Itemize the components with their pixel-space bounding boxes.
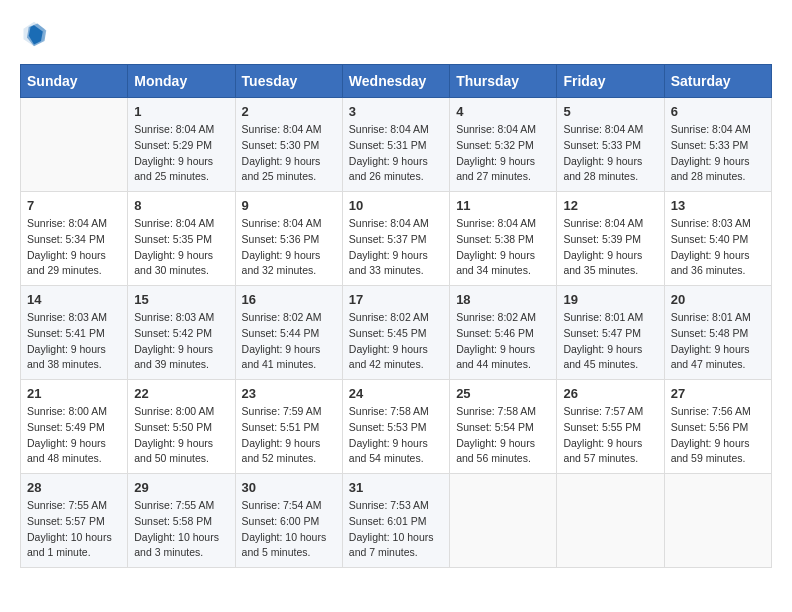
- calendar-cell: 19Sunrise: 8:01 AM Sunset: 5:47 PM Dayli…: [557, 286, 664, 380]
- calendar-cell: 3Sunrise: 8:04 AM Sunset: 5:31 PM Daylig…: [342, 98, 449, 192]
- day-info: Sunrise: 8:04 AM Sunset: 5:37 PM Dayligh…: [349, 216, 443, 279]
- day-number: 25: [456, 386, 550, 401]
- day-number: 7: [27, 198, 121, 213]
- calendar-cell: 2Sunrise: 8:04 AM Sunset: 5:30 PM Daylig…: [235, 98, 342, 192]
- day-number: 6: [671, 104, 765, 119]
- calendar-cell: 20Sunrise: 8:01 AM Sunset: 5:48 PM Dayli…: [664, 286, 771, 380]
- calendar-cell: [664, 474, 771, 568]
- day-info: Sunrise: 7:59 AM Sunset: 5:51 PM Dayligh…: [242, 404, 336, 467]
- logo: [20, 20, 52, 48]
- day-info: Sunrise: 7:53 AM Sunset: 6:01 PM Dayligh…: [349, 498, 443, 561]
- calendar-table: SundayMondayTuesdayWednesdayThursdayFrid…: [20, 64, 772, 568]
- day-number: 5: [563, 104, 657, 119]
- calendar-cell: 14Sunrise: 8:03 AM Sunset: 5:41 PM Dayli…: [21, 286, 128, 380]
- day-number: 1: [134, 104, 228, 119]
- day-number: 29: [134, 480, 228, 495]
- day-number: 27: [671, 386, 765, 401]
- day-info: Sunrise: 8:01 AM Sunset: 5:48 PM Dayligh…: [671, 310, 765, 373]
- day-number: 26: [563, 386, 657, 401]
- calendar-cell: 22Sunrise: 8:00 AM Sunset: 5:50 PM Dayli…: [128, 380, 235, 474]
- day-info: Sunrise: 7:54 AM Sunset: 6:00 PM Dayligh…: [242, 498, 336, 561]
- day-info: Sunrise: 8:02 AM Sunset: 5:44 PM Dayligh…: [242, 310, 336, 373]
- calendar-cell: 30Sunrise: 7:54 AM Sunset: 6:00 PM Dayli…: [235, 474, 342, 568]
- day-info: Sunrise: 8:04 AM Sunset: 5:32 PM Dayligh…: [456, 122, 550, 185]
- calendar-cell: 5Sunrise: 8:04 AM Sunset: 5:33 PM Daylig…: [557, 98, 664, 192]
- day-info: Sunrise: 7:55 AM Sunset: 5:58 PM Dayligh…: [134, 498, 228, 561]
- day-number: 18: [456, 292, 550, 307]
- day-info: Sunrise: 8:01 AM Sunset: 5:47 PM Dayligh…: [563, 310, 657, 373]
- header-thursday: Thursday: [450, 65, 557, 98]
- calendar-cell: [21, 98, 128, 192]
- day-info: Sunrise: 8:04 AM Sunset: 5:33 PM Dayligh…: [671, 122, 765, 185]
- day-number: 10: [349, 198, 443, 213]
- header-tuesday: Tuesday: [235, 65, 342, 98]
- calendar-cell: 10Sunrise: 8:04 AM Sunset: 5:37 PM Dayli…: [342, 192, 449, 286]
- calendar-cell: 16Sunrise: 8:02 AM Sunset: 5:44 PM Dayli…: [235, 286, 342, 380]
- calendar-cell: [450, 474, 557, 568]
- day-number: 23: [242, 386, 336, 401]
- calendar-cell: 13Sunrise: 8:03 AM Sunset: 5:40 PM Dayli…: [664, 192, 771, 286]
- day-info: Sunrise: 8:04 AM Sunset: 5:30 PM Dayligh…: [242, 122, 336, 185]
- day-info: Sunrise: 8:04 AM Sunset: 5:38 PM Dayligh…: [456, 216, 550, 279]
- day-info: Sunrise: 8:04 AM Sunset: 5:39 PM Dayligh…: [563, 216, 657, 279]
- day-number: 2: [242, 104, 336, 119]
- day-number: 14: [27, 292, 121, 307]
- day-info: Sunrise: 8:04 AM Sunset: 5:29 PM Dayligh…: [134, 122, 228, 185]
- day-number: 24: [349, 386, 443, 401]
- day-info: Sunrise: 8:00 AM Sunset: 5:49 PM Dayligh…: [27, 404, 121, 467]
- day-number: 12: [563, 198, 657, 213]
- calendar-cell: 6Sunrise: 8:04 AM Sunset: 5:33 PM Daylig…: [664, 98, 771, 192]
- calendar-cell: 1Sunrise: 8:04 AM Sunset: 5:29 PM Daylig…: [128, 98, 235, 192]
- logo-icon: [20, 20, 48, 48]
- calendar-cell: 4Sunrise: 8:04 AM Sunset: 5:32 PM Daylig…: [450, 98, 557, 192]
- day-number: 13: [671, 198, 765, 213]
- day-number: 30: [242, 480, 336, 495]
- calendar-week-row: 1Sunrise: 8:04 AM Sunset: 5:29 PM Daylig…: [21, 98, 772, 192]
- day-number: 3: [349, 104, 443, 119]
- day-number: 28: [27, 480, 121, 495]
- calendar-cell: 15Sunrise: 8:03 AM Sunset: 5:42 PM Dayli…: [128, 286, 235, 380]
- day-number: 16: [242, 292, 336, 307]
- calendar-cell: 26Sunrise: 7:57 AM Sunset: 5:55 PM Dayli…: [557, 380, 664, 474]
- day-info: Sunrise: 8:03 AM Sunset: 5:42 PM Dayligh…: [134, 310, 228, 373]
- day-info: Sunrise: 8:04 AM Sunset: 5:33 PM Dayligh…: [563, 122, 657, 185]
- calendar-week-row: 21Sunrise: 8:00 AM Sunset: 5:49 PM Dayli…: [21, 380, 772, 474]
- day-info: Sunrise: 8:02 AM Sunset: 5:45 PM Dayligh…: [349, 310, 443, 373]
- calendar-cell: 12Sunrise: 8:04 AM Sunset: 5:39 PM Dayli…: [557, 192, 664, 286]
- calendar-cell: 7Sunrise: 8:04 AM Sunset: 5:34 PM Daylig…: [21, 192, 128, 286]
- calendar-cell: 9Sunrise: 8:04 AM Sunset: 5:36 PM Daylig…: [235, 192, 342, 286]
- day-info: Sunrise: 8:04 AM Sunset: 5:34 PM Dayligh…: [27, 216, 121, 279]
- day-info: Sunrise: 8:00 AM Sunset: 5:50 PM Dayligh…: [134, 404, 228, 467]
- calendar-cell: 29Sunrise: 7:55 AM Sunset: 5:58 PM Dayli…: [128, 474, 235, 568]
- calendar-week-row: 28Sunrise: 7:55 AM Sunset: 5:57 PM Dayli…: [21, 474, 772, 568]
- day-number: 20: [671, 292, 765, 307]
- day-info: Sunrise: 7:58 AM Sunset: 5:54 PM Dayligh…: [456, 404, 550, 467]
- page-header: [20, 20, 772, 48]
- header-friday: Friday: [557, 65, 664, 98]
- day-number: 17: [349, 292, 443, 307]
- calendar-header-row: SundayMondayTuesdayWednesdayThursdayFrid…: [21, 65, 772, 98]
- day-info: Sunrise: 7:57 AM Sunset: 5:55 PM Dayligh…: [563, 404, 657, 467]
- calendar-cell: 17Sunrise: 8:02 AM Sunset: 5:45 PM Dayli…: [342, 286, 449, 380]
- day-number: 21: [27, 386, 121, 401]
- day-info: Sunrise: 8:02 AM Sunset: 5:46 PM Dayligh…: [456, 310, 550, 373]
- calendar-cell: 23Sunrise: 7:59 AM Sunset: 5:51 PM Dayli…: [235, 380, 342, 474]
- day-number: 19: [563, 292, 657, 307]
- day-info: Sunrise: 8:04 AM Sunset: 5:31 PM Dayligh…: [349, 122, 443, 185]
- calendar-cell: 28Sunrise: 7:55 AM Sunset: 5:57 PM Dayli…: [21, 474, 128, 568]
- header-sunday: Sunday: [21, 65, 128, 98]
- calendar-cell: 8Sunrise: 8:04 AM Sunset: 5:35 PM Daylig…: [128, 192, 235, 286]
- calendar-cell: 27Sunrise: 7:56 AM Sunset: 5:56 PM Dayli…: [664, 380, 771, 474]
- day-number: 4: [456, 104, 550, 119]
- day-number: 15: [134, 292, 228, 307]
- calendar-cell: 24Sunrise: 7:58 AM Sunset: 5:53 PM Dayli…: [342, 380, 449, 474]
- day-number: 22: [134, 386, 228, 401]
- day-info: Sunrise: 8:03 AM Sunset: 5:41 PM Dayligh…: [27, 310, 121, 373]
- calendar-week-row: 7Sunrise: 8:04 AM Sunset: 5:34 PM Daylig…: [21, 192, 772, 286]
- day-info: Sunrise: 8:04 AM Sunset: 5:36 PM Dayligh…: [242, 216, 336, 279]
- header-wednesday: Wednesday: [342, 65, 449, 98]
- day-number: 31: [349, 480, 443, 495]
- calendar-cell: 18Sunrise: 8:02 AM Sunset: 5:46 PM Dayli…: [450, 286, 557, 380]
- calendar-cell: 25Sunrise: 7:58 AM Sunset: 5:54 PM Dayli…: [450, 380, 557, 474]
- calendar-cell: [557, 474, 664, 568]
